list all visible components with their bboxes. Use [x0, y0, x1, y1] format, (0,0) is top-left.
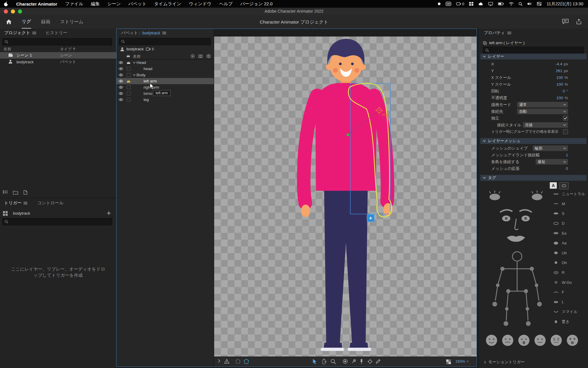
yscale-value[interactable]: 100: [556, 82, 563, 87]
project-row-scene[interactable]: シーン 1 シーン: [0, 52, 116, 59]
viseme-item[interactable]: S: [553, 209, 585, 218]
origin-tool-icon[interactable]: [367, 359, 373, 364]
zoom-level-control[interactable]: 193%: [455, 359, 469, 364]
properties-search[interactable]: [483, 47, 584, 54]
menubar-clock[interactable]: 11月22日(月) 13:30: [547, 1, 583, 7]
crown-slot[interactable]: [125, 67, 132, 71]
tag-text-mode-button[interactable]: A: [550, 182, 557, 189]
emotion-face-icon[interactable]: [502, 334, 514, 347]
right-blink-tag[interactable]: [532, 190, 542, 200]
menu-scene[interactable]: シーン: [104, 1, 125, 7]
apple-menu-icon[interactable]: [0, 1, 12, 6]
outline-view-icon[interactable]: [235, 359, 241, 364]
list-view-icon[interactable]: [3, 190, 8, 195]
trigger-search[interactable]: [2, 218, 112, 225]
independent-checkbox[interactable]: [563, 116, 568, 121]
battery-count-icon[interactable]: 0: [456, 2, 464, 6]
visibility-eye-icon[interactable]: [116, 67, 125, 70]
visibility-eye-icon[interactable]: [116, 92, 125, 95]
viseme-item[interactable]: 驚き: [553, 317, 585, 326]
warning-icon[interactable]: [224, 359, 229, 364]
viseme-item[interactable]: D: [553, 218, 585, 228]
section-tags[interactable]: タグ: [480, 175, 587, 181]
body-tags-diagram[interactable]: [487, 250, 547, 326]
zoom-tool-icon[interactable]: [331, 359, 336, 364]
new-item-icon[interactable]: [24, 190, 27, 195]
layer-row-head-group[interactable]: Head: [116, 59, 214, 66]
viseme-item[interactable]: スマイル: [553, 307, 585, 317]
creative-cloud-icon[interactable]: [446, 2, 451, 6]
emotion-face-icon[interactable]: [566, 334, 579, 347]
tab-project-panel[interactable]: プロジェクト: [4, 30, 36, 36]
hand-tool-icon[interactable]: [322, 359, 327, 364]
crown-icon[interactable]: [125, 61, 132, 64]
spotlight-icon[interactable]: [519, 2, 522, 6]
recording-indicator-icon[interactable]: [438, 2, 441, 5]
visibility-eye-icon[interactable]: [116, 98, 125, 101]
transparency-grid-icon[interactable]: [446, 359, 451, 364]
puppet-root-row[interactable]: bodytrack 8: [116, 46, 214, 52]
crown-slot[interactable]: [125, 73, 132, 77]
puppet-search[interactable]: [119, 38, 211, 45]
viseme-item[interactable]: F: [553, 287, 585, 297]
layer-row-body-group[interactable]: Body: [116, 72, 214, 78]
mesh-shape-dropdown[interactable]: 輪郭: [533, 145, 568, 151]
hide-others-checkbox[interactable]: [563, 129, 568, 134]
tab-trigger-panel[interactable]: トリガー: [4, 200, 27, 206]
mouth-tag[interactable]: [507, 236, 525, 242]
viseme-item[interactable]: R: [553, 268, 585, 277]
menu-edit[interactable]: 編集: [87, 1, 104, 7]
visibility-eye-icon[interactable]: [116, 61, 125, 64]
viseme-item[interactable]: Aa: [553, 238, 585, 248]
project-row-bodytrack[interactable]: bodytrack パペット: [0, 59, 116, 65]
folder-icon[interactable]: [13, 190, 18, 195]
camera-toggle-icon[interactable]: [198, 54, 203, 58]
menu-version[interactable]: バージョン 22.0: [236, 1, 276, 7]
add-handle-button[interactable]: [367, 214, 374, 222]
face-tags-diagram[interactable]: [483, 190, 549, 249]
viseme-item[interactable]: Uh: [553, 248, 585, 258]
emotion-face-icon[interactable]: [550, 334, 562, 347]
canvas-stage[interactable]: origin: [214, 37, 477, 357]
wifi-icon[interactable]: [509, 2, 514, 6]
attach-tool-icon[interactable]: [351, 359, 356, 364]
record-behavior-icon[interactable]: [343, 359, 348, 364]
nose-tag[interactable]: [515, 219, 518, 230]
tab-control-panel[interactable]: コントロール: [37, 200, 64, 206]
visibility-eye-icon[interactable]: [116, 86, 125, 89]
menu-window[interactable]: ウィンドウ: [185, 1, 215, 7]
chevron-down-icon[interactable]: [132, 62, 136, 64]
expand-chevron-icon[interactable]: [218, 359, 220, 363]
menubar-app-name[interactable]: Character Animator: [12, 1, 61, 6]
layer-row-left-arm[interactable]: left arm: [116, 78, 214, 84]
layer-row-right-arm[interactable]: right arm: [116, 84, 214, 90]
panel-menu-icon[interactable]: [507, 32, 511, 34]
viseme-item[interactable]: Oh: [553, 258, 585, 268]
tag-icon-mode-button[interactable]: [559, 182, 569, 189]
visibility-eye-icon[interactable]: [116, 73, 125, 77]
x-value[interactable]: -4.4: [555, 62, 562, 66]
puppet-breadcrumb-link[interactable]: bodytrack: [142, 31, 160, 35]
rotation-value[interactable]: 0: [563, 89, 565, 93]
crown-slot[interactable]: [125, 85, 132, 89]
battery-icon[interactable]: [498, 2, 504, 5]
project-search-input[interactable]: [10, 39, 110, 44]
chevron-down-icon[interactable]: [132, 74, 136, 76]
eyebrow-tags[interactable]: [500, 210, 532, 212]
emotion-face-icon[interactable]: [485, 334, 498, 347]
viseme-item[interactable]: Ee: [553, 228, 585, 238]
xscale-value[interactable]: 100: [556, 75, 563, 80]
record-toggle-icon[interactable]: [191, 54, 195, 58]
comments-icon[interactable]: [562, 19, 569, 24]
mesh-expansion-value[interactable]: 0: [566, 166, 568, 171]
emotion-face-icon[interactable]: [534, 334, 546, 347]
viseme-item[interactable]: M: [553, 199, 585, 208]
menu-file[interactable]: ファイル: [61, 1, 87, 7]
viseme-item[interactable]: W-Oo: [553, 278, 585, 287]
attach-to-dropdown[interactable]: 自動: [517, 109, 568, 114]
export-icon[interactable]: [576, 19, 582, 24]
emotion-face-icon[interactable]: [518, 334, 530, 347]
trigger-search-input[interactable]: [10, 219, 110, 224]
motion-trigger-section[interactable]: モーショントリガー: [484, 359, 525, 365]
volume-icon[interactable]: [527, 2, 532, 6]
